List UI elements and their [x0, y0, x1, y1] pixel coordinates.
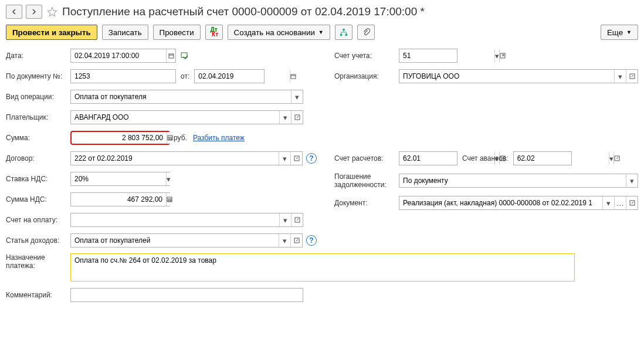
open-button[interactable]: [291, 213, 303, 226]
invoice-field[interactable]: ▾: [70, 213, 303, 227]
payer-input[interactable]: [71, 111, 279, 124]
document-input[interactable]: [399, 196, 602, 209]
caret-down-icon: ▼: [318, 29, 324, 35]
date-field[interactable]: [70, 49, 176, 63]
open-icon: [629, 73, 635, 79]
comment-label: Комментарий:: [6, 291, 70, 299]
open-button[interactable]: [626, 70, 638, 83]
paperclip-icon: [362, 28, 370, 36]
vatsum-field[interactable]: [70, 192, 170, 206]
calculator-button[interactable]: [166, 193, 172, 206]
org-input[interactable]: [399, 70, 614, 83]
open-button[interactable]: [290, 234, 302, 247]
docno-field[interactable]: [70, 69, 176, 83]
comment-input[interactable]: [71, 289, 303, 301]
open-button[interactable]: [614, 152, 620, 165]
settleacc-label: Счет расчетов:: [334, 154, 399, 162]
calculator-icon: [167, 135, 173, 141]
purpose-textarea[interactable]: [70, 253, 575, 282]
invoice-input[interactable]: [71, 213, 279, 226]
structure-button[interactable]: [335, 25, 352, 40]
docdate-field[interactable]: [194, 69, 265, 83]
dropdown-button[interactable]: ▾: [166, 172, 171, 185]
date-label: Дата:: [6, 52, 70, 60]
contract-field[interactable]: ▾: [70, 151, 303, 165]
post-button[interactable]: Провести: [153, 25, 201, 40]
caret-down-icon: ▾: [283, 216, 287, 225]
dropdown-button[interactable]: ▾: [279, 213, 291, 226]
caret-down-icon: ▾: [283, 113, 287, 122]
dtkt-button[interactable]: ДтКт: [205, 25, 223, 40]
structure-icon: [340, 28, 348, 36]
dropdown-button[interactable]: ▾: [279, 152, 290, 165]
attachment-button[interactable]: [357, 25, 375, 40]
create-based-button[interactable]: Создать на основании▼: [228, 25, 330, 40]
post-and-close-button[interactable]: Провести и закрыть: [6, 25, 97, 40]
settleacc-field[interactable]: ▾: [399, 151, 457, 165]
svg-rect-9: [168, 135, 172, 140]
caret-down-icon: ▾: [606, 199, 611, 208]
docdate-input[interactable]: [195, 70, 290, 83]
open-button[interactable]: [291, 111, 303, 124]
document-field[interactable]: ▾ …: [399, 196, 638, 210]
docno-input[interactable]: [71, 70, 175, 83]
caret-down-icon: ▾: [283, 154, 287, 163]
vatsum-input[interactable]: [71, 193, 166, 206]
debt-field[interactable]: ▾: [399, 174, 638, 188]
date-input[interactable]: [71, 49, 166, 62]
docno-label: По документу №:: [6, 72, 70, 80]
account-field[interactable]: ▾: [399, 49, 457, 63]
optype-field[interactable]: ▾: [70, 90, 303, 104]
comment-field[interactable]: [70, 288, 303, 302]
favorite-star-icon[interactable]: [46, 5, 59, 18]
open-button[interactable]: [626, 196, 638, 209]
write-button[interactable]: Записать: [102, 25, 148, 40]
calculator-icon: [167, 196, 172, 202]
calendar-button[interactable]: [290, 70, 296, 83]
contract-input[interactable]: [71, 152, 279, 165]
org-field[interactable]: ▾: [399, 69, 638, 83]
optype-input[interactable]: [71, 90, 291, 103]
vatrate-input[interactable]: [71, 172, 166, 185]
more-button[interactable]: Еще▼: [601, 25, 638, 40]
dropdown-button[interactable]: ▾: [279, 111, 291, 124]
optype-label: Вид операции:: [6, 93, 70, 101]
debt-input[interactable]: [399, 174, 626, 187]
calendar-icon: [290, 73, 296, 79]
nav-forward-button[interactable]: [26, 5, 42, 19]
split-payment-link[interactable]: Разбить платеж: [193, 134, 245, 142]
contract-label: Договор:: [6, 154, 70, 162]
dropdown-button[interactable]: ▾: [609, 152, 614, 165]
sum-field[interactable]: [70, 131, 170, 145]
select-button[interactable]: …: [614, 196, 626, 209]
dropdown-button[interactable]: ▾: [614, 70, 626, 83]
dropdown-button[interactable]: ▾: [291, 90, 303, 103]
calendar-button[interactable]: [166, 49, 175, 62]
income-input[interactable]: [71, 234, 279, 247]
open-icon: [294, 155, 300, 161]
advacc-input[interactable]: [514, 152, 609, 165]
vatrate-label: Ставка НДС:: [6, 175, 70, 183]
advacc-field[interactable]: ▾: [513, 151, 572, 165]
dropdown-button[interactable]: ▾: [626, 174, 638, 187]
dropdown-button[interactable]: ▾: [279, 234, 290, 247]
open-icon: [294, 238, 300, 243]
open-button[interactable]: [499, 49, 506, 62]
dropdown-button[interactable]: ▾: [494, 49, 499, 62]
caret-down-icon: ▾: [609, 154, 614, 163]
account-input[interactable]: [399, 49, 494, 62]
payer-field[interactable]: ▾: [70, 110, 303, 124]
caret-down-icon: ▾: [295, 93, 299, 101]
help-button[interactable]: ?: [306, 153, 317, 164]
dropdown-button[interactable]: ▾: [602, 196, 614, 209]
nav-back-button[interactable]: [6, 5, 22, 19]
income-field[interactable]: ▾: [70, 233, 303, 248]
vatrate-field[interactable]: ▾: [70, 172, 170, 186]
sum-input[interactable]: [72, 132, 167, 144]
help-button[interactable]: ?: [306, 235, 317, 246]
income-label: Статья доходов:: [6, 236, 70, 245]
status-ok-icon[interactable]: [181, 51, 189, 61]
sum-label: Сумма:: [6, 134, 70, 142]
open-button[interactable]: [290, 152, 302, 165]
calculator-button[interactable]: [167, 132, 173, 144]
